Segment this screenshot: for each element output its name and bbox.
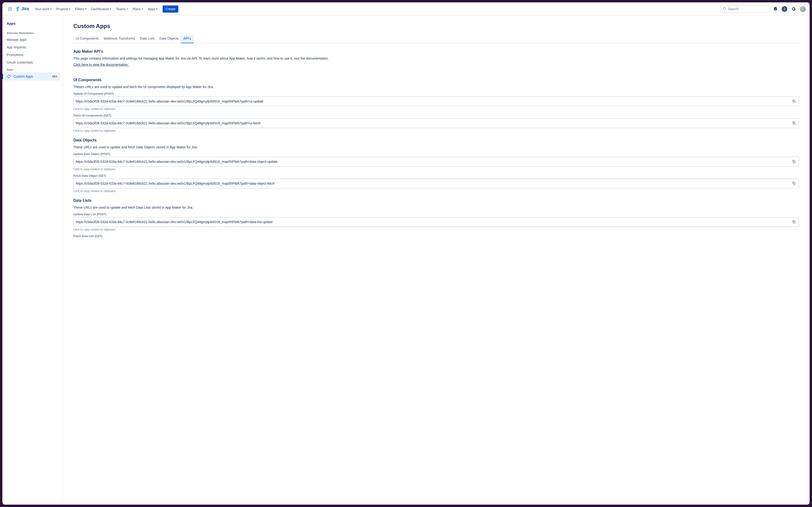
nav-item-teams[interactable]: Teams▾ [114, 6, 130, 12]
search-input[interactable] [728, 7, 769, 11]
search-icon [723, 7, 726, 11]
chevron-down-icon: ▾ [85, 8, 86, 10]
nav-item-filters[interactable]: Filters▾ [73, 6, 88, 12]
page-title: Custom Apps [73, 23, 799, 30]
section-heading: Data Lists [73, 199, 799, 203]
field-label: Update UI Component (POST) [73, 92, 799, 96]
nav-item-your-work[interactable]: Your work▾ [33, 6, 53, 12]
url-box[interactable]: https://c5da3f26-532d-433a-84c7-0c8e6166… [73, 178, 799, 188]
chevron-down-icon: ▾ [110, 8, 111, 10]
help-icon[interactable] [781, 6, 787, 12]
svg-point-7 [9, 10, 10, 11]
create-button[interactable]: Create [163, 5, 178, 13]
svg-point-2 [11, 7, 12, 8]
top-navigation-bar: Jira Your work▾Projects▾Filters▾Dashboar… [2, 2, 810, 16]
nav-item-label: Plans [132, 7, 141, 11]
sidebar-group-label: Apps [5, 66, 60, 72]
field-label: Update Data List (POST) [73, 213, 799, 216]
url-box[interactable]: https://c5da3f26-532d-433a-84c7-0c8e6166… [73, 217, 799, 227]
intro-heading: App Maker API's [73, 49, 799, 54]
copy-icon[interactable] [791, 181, 797, 186]
nav-item-label: Filters [75, 7, 84, 11]
section-description: Theses URLs are used to update and fetch… [73, 85, 799, 89]
url-box[interactable]: https://c5da3f26-532d-433a-84c7-0c8e6166… [73, 96, 799, 106]
section-heading: Data Objects [73, 138, 799, 143]
nav-item-label: Projects [56, 7, 68, 11]
sidebar-item-manage-apps[interactable]: Manage apps [5, 36, 60, 44]
dev-badge: DEV [51, 75, 58, 78]
copy-icon[interactable] [791, 99, 797, 104]
copy-icon[interactable] [791, 219, 797, 225]
search-box[interactable] [720, 5, 770, 13]
svg-line-10 [725, 9, 726, 10]
svg-point-8 [11, 10, 12, 11]
sidebar-title: Apps [5, 21, 60, 30]
sidebar-item-label: Manage apps [7, 38, 27, 42]
arrows-rotate-icon [7, 74, 11, 78]
nav-item-dashboards[interactable]: Dashboards▾ [89, 6, 113, 12]
sidebar-item-label: App requests [7, 45, 26, 49]
chevron-down-icon: ▾ [142, 8, 143, 10]
tab-webhook-transforms[interactable]: Webhook Transforms [101, 35, 138, 43]
documentation-link[interactable]: Click here to view the documentation. [73, 63, 129, 66]
intro-text: This page contains information and setti… [73, 56, 799, 60]
tab-api-s[interactable]: API's [181, 35, 193, 43]
copy-icon[interactable] [791, 159, 797, 165]
helper-text: Click to copy content to clipboard. [73, 228, 799, 231]
svg-rect-15 [794, 183, 795, 185]
tab-data-lists[interactable]: Data Lists [138, 35, 157, 43]
nav-item-projects[interactable]: Projects▾ [54, 6, 72, 12]
nav-item-label: Teams [116, 7, 125, 11]
nav-item-label: Dashboards [91, 7, 109, 11]
nav-item-plans[interactable]: Plans▾ [130, 6, 145, 12]
svg-rect-14 [794, 161, 795, 163]
copy-icon[interactable] [791, 120, 797, 126]
url-text: https://c5da3f26-532d-433a-84c7-0c8e6166… [76, 220, 791, 224]
product-name: Jira [21, 6, 29, 11]
svg-point-0 [8, 7, 9, 8]
tab-data-objects[interactable]: Data Objects [157, 35, 181, 43]
url-box[interactable]: https://c5da3f26-532d-433a-84c7-0c8e6166… [73, 118, 799, 128]
chevron-down-icon: ▾ [156, 8, 157, 10]
section-heading: UI Components [73, 78, 799, 82]
notifications-icon[interactable] [772, 5, 779, 13]
helper-text: Click to copy content to clipboard. [73, 189, 799, 193]
chevron-down-icon: ▾ [126, 8, 128, 10]
url-text: https://c5da3f26-532d-433a-84c7-0c8e6166… [76, 182, 791, 185]
url-text: https://c5da3f26-532d-433a-84c7-0c8e6166… [76, 160, 791, 164]
app-switcher-icon[interactable] [6, 5, 14, 13]
section-description: These URLs are used to update and fetch … [73, 206, 799, 209]
field-label: Fetch Data Object (GET) [73, 174, 799, 177]
svg-point-9 [723, 7, 725, 9]
section-description: These URLs are used to update and fetch … [73, 145, 799, 149]
tabs: UI ComponentsWebhook TransformsData List… [73, 35, 799, 43]
sidebar: Apps Atlassian MarketplaceManage appsApp… [2, 16, 63, 505]
svg-rect-13 [794, 123, 795, 124]
sidebar-item-app-requests[interactable]: App requests [5, 44, 60, 51]
svg-rect-16 [794, 221, 795, 223]
nav-item-apps[interactable]: Apps▾ [146, 6, 159, 12]
nav-item-label: Apps [148, 7, 155, 11]
sidebar-item-promotions[interactable]: Promotions [5, 51, 60, 59]
sidebar-item-label: Promotions [7, 53, 23, 57]
helper-text: Click to copy content to clipboard. [73, 168, 799, 171]
sidebar-group-label: Atlassian Marketplace [5, 30, 60, 36]
chevron-down-icon: ▾ [50, 8, 52, 10]
settings-icon[interactable] [790, 5, 797, 13]
chevron-down-icon: ▾ [69, 8, 70, 10]
jira-logo[interactable]: Jira [15, 6, 29, 12]
sidebar-item-oauth-credentials[interactable]: OAuth credentials [5, 59, 60, 66]
svg-point-5 [11, 8, 12, 9]
url-text: https://c5da3f26-532d-433a-84c7-0c8e6166… [76, 100, 791, 103]
helper-text: Click to copy content to clipboard. [73, 129, 799, 132]
field-label: Update Data Object (POST) [73, 152, 799, 156]
svg-point-6 [8, 10, 9, 11]
svg-point-3 [8, 8, 9, 9]
avatar[interactable] [800, 6, 806, 12]
tab-ui-components[interactable]: UI Components [73, 35, 101, 43]
sidebar-item-custom-apps[interactable]: Custom AppsDEV [5, 72, 60, 80]
main-content: Custom Apps UI ComponentsWebhook Transfo… [63, 16, 810, 505]
helper-text: Click to copy content to clipboard. [73, 107, 799, 111]
url-box[interactable]: https://c5da3f26-532d-433a-84c7-0c8e6166… [73, 157, 799, 167]
nav-items: Your work▾Projects▾Filters▾Dashboards▾Te… [33, 6, 159, 12]
